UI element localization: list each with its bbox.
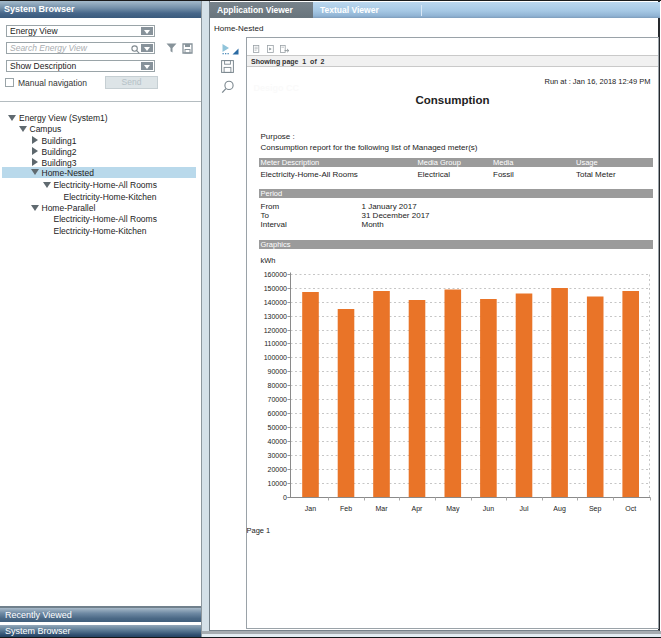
svg-text:Jun: Jun	[483, 505, 494, 512]
svg-text:Feb: Feb	[340, 505, 352, 512]
svg-text:0: 0	[283, 494, 287, 501]
svg-text:50000: 50000	[268, 424, 288, 431]
svg-text:120000: 120000	[264, 327, 287, 334]
svg-text:20000: 20000	[268, 466, 288, 473]
svg-text:60000: 60000	[268, 410, 288, 417]
svg-text:130000: 130000	[264, 313, 287, 320]
svg-text:Jul: Jul	[520, 505, 529, 512]
svg-text:40000: 40000	[268, 438, 288, 445]
svg-text:70000: 70000	[268, 396, 288, 403]
svg-text:90000: 90000	[268, 368, 288, 375]
svg-text:Oct: Oct	[625, 505, 636, 512]
svg-text:100000: 100000	[264, 354, 287, 361]
svg-text:30000: 30000	[268, 452, 288, 459]
svg-text:160000: 160000	[264, 271, 287, 278]
svg-text:Aug: Aug	[553, 505, 566, 513]
svg-text:150000: 150000	[264, 285, 287, 292]
svg-text:Jan: Jan	[305, 505, 316, 512]
svg-text:10000: 10000	[268, 480, 288, 487]
svg-text:Apr: Apr	[412, 505, 424, 513]
svg-text:Mar: Mar	[375, 505, 388, 512]
svg-text:140000: 140000	[264, 299, 287, 306]
svg-text:110000: 110000	[264, 340, 287, 347]
svg-text:May: May	[446, 505, 460, 513]
svg-text:80000: 80000	[268, 382, 288, 389]
svg-text:Sep: Sep	[589, 505, 602, 513]
